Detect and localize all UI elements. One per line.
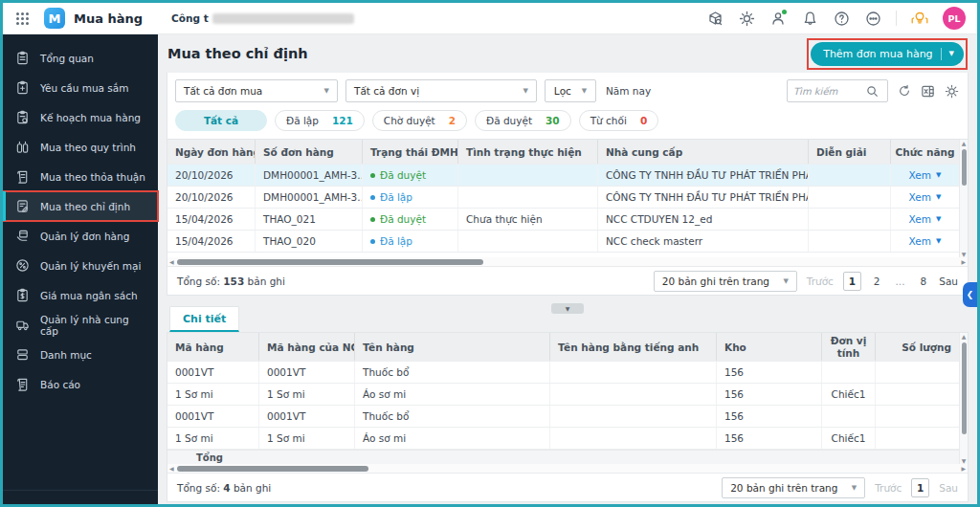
detail-row[interactable]: 1 Sơ mi 1 Sơ mi Áo sơ mi 156 Chiếc1 xyxy=(167,428,968,450)
orders-vertical-scrollbar[interactable]: ▲ ▼ xyxy=(959,140,968,257)
sidebar-item-mua-theo-chi-dinh[interactable]: Mua theo chỉ định xyxy=(3,191,158,221)
sidebar-item-mua-theo-thoa-thuan[interactable]: Mua theo thỏa thuận xyxy=(3,162,158,191)
prev-page-button[interactable]: Trước xyxy=(875,482,902,494)
scroll-up-arrow[interactable]: ▲ xyxy=(960,140,968,146)
table-settings-icon[interactable] xyxy=(944,83,960,99)
page-ellipsis: ... xyxy=(893,276,908,287)
misa-logo[interactable]: M xyxy=(44,8,65,29)
product-search-icon[interactable] xyxy=(706,10,724,27)
page-1-button[interactable]: 1 xyxy=(911,478,929,497)
view-action-link[interactable]: Xem▼ xyxy=(909,169,942,181)
sidebar-item-mua-theo-quy-trinh[interactable]: Mua theo quy trình xyxy=(3,132,158,162)
purchase-type-select[interactable]: Tất cả đơn mua ▼ xyxy=(175,79,338,102)
more-icon[interactable] xyxy=(864,10,881,27)
scroll-right-arrow[interactable]: ▶ xyxy=(961,465,966,472)
detail-row[interactable]: 1 Sơ mi 1 Sơ mi Áo sơ mi 156 Chiếc1 xyxy=(167,384,968,406)
scroll-down-arrow[interactable]: ▼ xyxy=(960,457,968,464)
next-page-button[interactable]: Sau xyxy=(939,482,958,494)
period-label: Năm nay xyxy=(606,85,651,97)
help-icon[interactable] xyxy=(833,10,850,27)
category-icon xyxy=(15,347,30,362)
sidebar-item-bao-cao[interactable]: Báo cáo xyxy=(3,369,158,399)
collapse-right-panel-button[interactable]: ❮ xyxy=(963,282,977,307)
detail-vertical-scrollbar[interactable]: ▲ ▼ xyxy=(959,333,968,464)
scroll-right-arrow[interactable]: ▶ xyxy=(961,258,966,265)
refresh-icon[interactable] xyxy=(896,83,912,99)
sidebar-item-quan-ly-nha-cung-cap[interactable]: Quản lý nhà cung cấp xyxy=(3,310,158,340)
status-tab-da-duyet[interactable]: Đã duyệt 30 xyxy=(475,110,571,131)
filter-button-label: Lọc xyxy=(554,85,571,97)
sidebar-item-quan-ly-khuyen-mai[interactable]: Quản lý khuyến mại xyxy=(3,251,158,280)
page-8-button[interactable]: 8 xyxy=(918,276,930,287)
supplier-icon xyxy=(15,318,30,332)
status-tab-da-lap[interactable]: Đã lập 121 xyxy=(275,110,365,131)
search-input[interactable] xyxy=(793,86,862,97)
view-action-link[interactable]: Xem▼ xyxy=(909,191,942,203)
sidebar-item-gia-mua-ngan-sach[interactable]: Giá mua ngân sách xyxy=(3,280,158,310)
scroll-left-arrow[interactable]: ◀ xyxy=(169,258,174,265)
scroll-thumb[interactable] xyxy=(962,149,967,186)
sidebar-item-yeu-cau-mua-sam[interactable]: Yêu cầu mua sắm xyxy=(3,73,158,102)
sidebar-item-danh-muc[interactable]: Danh mục xyxy=(3,340,158,369)
sidebar-item-ke-hoach-mua-hang[interactable]: Kế hoạch mua hàng xyxy=(3,102,158,132)
chevron-down-icon: ▼ xyxy=(936,193,941,201)
status-tab-all[interactable]: Tất cả xyxy=(175,110,267,131)
status-tab-tu-choi[interactable]: Từ chối 0 xyxy=(579,110,659,131)
chevron-down-icon[interactable]: ▼ xyxy=(949,50,962,57)
detail-row[interactable]: 0001VT 0001VT Thuốc bổ 156 xyxy=(167,362,968,384)
detail-row[interactable]: 0001VT 0001VT Thuốc bổ 156 xyxy=(167,406,968,428)
app-launcher-icon[interactable] xyxy=(16,12,29,25)
user-avatar[interactable]: PL xyxy=(943,7,966,30)
scroll-thumb[interactable] xyxy=(177,259,483,265)
purchase-request-icon xyxy=(15,80,30,95)
orders-horizontal-scrollbar[interactable]: ◀ ▶ xyxy=(167,257,968,267)
view-action-link[interactable]: Xem▼ xyxy=(909,213,942,225)
order-row[interactable]: 20/10/2026 DMH00001_AMH-3... Đã lập CÔNG… xyxy=(167,187,968,209)
sidebar-label: Mua theo chỉ định xyxy=(40,201,130,212)
user-add-icon[interactable] xyxy=(769,10,787,27)
sidebar-label: Tổng quan xyxy=(40,53,94,64)
view-action-link[interactable]: Xem▼ xyxy=(909,235,942,247)
scroll-up-arrow[interactable]: ▲ xyxy=(960,333,968,340)
page-2-button[interactable]: 2 xyxy=(871,276,883,287)
sidebar-item-quan-ly-don-hang[interactable]: Quản lý đơn hàng xyxy=(3,221,158,251)
scroll-thumb[interactable] xyxy=(177,466,368,472)
settings-icon[interactable] xyxy=(738,10,755,27)
order-row[interactable]: 20/10/2026 DMH00001_AMH-3... Đã duyệt CÔ… xyxy=(167,165,968,187)
app-window: M Mua hàng Công t xyxy=(0,0,980,507)
page-1-button[interactable]: 1 xyxy=(843,272,861,291)
chevron-down-icon: ▼ xyxy=(582,87,587,95)
notifications-icon[interactable] xyxy=(801,10,818,27)
filter-button[interactable]: Lọc ▼ xyxy=(545,79,596,102)
order-row[interactable]: 15/04/2026 THAO_021 Đã duyệt Chưa thực h… xyxy=(167,209,968,231)
sidebar-item-tong-quan[interactable]: Tổng quan xyxy=(3,43,158,73)
scroll-down-arrow[interactable]: ▼ xyxy=(960,251,968,257)
collapse-detail-button[interactable]: ▼ xyxy=(551,303,584,314)
col-so-luong: Số lượng xyxy=(876,333,960,361)
next-page-button[interactable]: Sau xyxy=(939,276,958,287)
scroll-thumb[interactable] xyxy=(962,342,967,434)
chevron-down-icon: ▼ xyxy=(523,87,528,95)
whats-new-icon[interactable] xyxy=(911,10,928,27)
scroll-left-arrow[interactable]: ◀ xyxy=(169,465,174,472)
page-size-select[interactable]: 20 bản ghi trên trang ▼ xyxy=(654,271,797,292)
sidebar-label: Yêu cầu mua sắm xyxy=(40,82,128,94)
prev-page-button[interactable]: Trước xyxy=(807,276,834,287)
tab-label: Chi tiết xyxy=(183,313,226,325)
topbar-actions: PL xyxy=(706,7,966,30)
search-icon[interactable] xyxy=(866,85,879,98)
col-ten-hang: Tên hàng xyxy=(355,333,550,361)
export-excel-icon[interactable] xyxy=(920,83,936,99)
tab-chi-tiet[interactable]: Chi tiết xyxy=(169,306,239,332)
chevron-down-icon: ▼ xyxy=(324,87,329,95)
status-tab-cho-duyet[interactable]: Chờ duyệt 2 xyxy=(372,110,467,131)
col-don-vi-tinh: Đơn vị tính xyxy=(822,333,876,361)
unit-select[interactable]: Tất cả đơn vị ▼ xyxy=(345,79,537,102)
page-size-select[interactable]: 20 bản ghi trên trang ▼ xyxy=(722,477,865,498)
col-trang-thai: Trạng thái ĐMH xyxy=(363,140,458,164)
order-row[interactable]: 15/04/2026 THAO_020 Đã lập NCC check mas… xyxy=(167,231,968,253)
detail-horizontal-scrollbar[interactable]: ◀ ▶ xyxy=(167,464,968,474)
overview-icon xyxy=(15,51,30,65)
add-purchase-order-button[interactable]: Thêm đơn mua hàng ▼ xyxy=(811,42,964,66)
status-tab-label: Từ chối xyxy=(590,115,627,126)
